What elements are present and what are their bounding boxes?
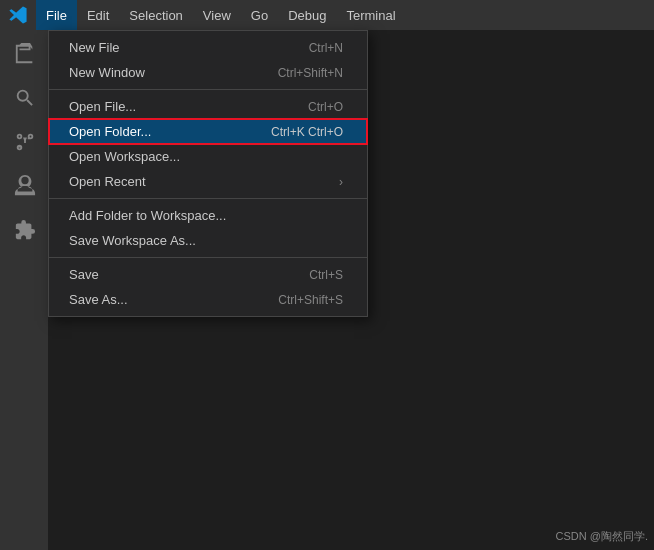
menu-item-save-as[interactable]: Save As... Ctrl+Shift+S [49,287,367,312]
menu-item-open-workspace-label: Open Workspace... [69,149,180,164]
activity-icon-source-control[interactable] [4,122,44,162]
menu-item-open-recent[interactable]: Open Recent › [49,169,367,194]
menu-item-add-folder[interactable]: Add Folder to Workspace... [49,203,367,228]
separator-2 [49,198,367,199]
menu-item-open-file-label: Open File... [69,99,136,114]
menu-item-terminal[interactable]: Terminal [336,0,405,30]
menu-item-go[interactable]: Go [241,0,278,30]
menu-item-new-file-shortcut: Ctrl+N [309,41,343,55]
menu-item-save[interactable]: Save Ctrl+S [49,262,367,287]
menu-item-save-workspace-as-label: Save Workspace As... [69,233,196,248]
activity-icon-explorer[interactable] [4,34,44,74]
menu-item-open-file-shortcut: Ctrl+O [308,100,343,114]
menu-bar: File Edit Selection View Go Debug Termin… [0,0,654,30]
menu-item-new-window-label: New Window [69,65,145,80]
watermark: CSDN @陶然同学. [556,529,648,544]
menu-item-new-window-shortcut: Ctrl+Shift+N [278,66,343,80]
menu-item-save-as-label: Save As... [69,292,128,307]
menu-item-open-folder-shortcut: Ctrl+K Ctrl+O [271,125,343,139]
activity-icon-debug[interactable] [4,166,44,206]
main-layout: New File Ctrl+N New Window Ctrl+Shift+N … [0,30,654,550]
menu-item-new-file[interactable]: New File Ctrl+N [49,35,367,60]
menu-item-file[interactable]: File [36,0,77,30]
menu-item-open-recent-label: Open Recent [69,174,146,189]
open-recent-arrow: › [339,175,343,189]
menu-item-open-folder[interactable]: Open Folder... Ctrl+K Ctrl+O [49,119,367,144]
file-dropdown-menu: New File Ctrl+N New Window Ctrl+Shift+N … [48,30,368,317]
activity-icon-search[interactable] [4,78,44,118]
menu-item-add-folder-label: Add Folder to Workspace... [69,208,226,223]
menu-item-open-file[interactable]: Open File... Ctrl+O [49,94,367,119]
separator-3 [49,257,367,258]
menu-item-save-workspace-as[interactable]: Save Workspace As... [49,228,367,253]
activity-icon-extensions[interactable] [4,210,44,250]
menu-item-new-window[interactable]: New Window Ctrl+Shift+N [49,60,367,85]
menu-item-view[interactable]: View [193,0,241,30]
menu-item-save-label: Save [69,267,99,282]
menu-item-save-shortcut: Ctrl+S [309,268,343,282]
menu-item-debug[interactable]: Debug [278,0,336,30]
separator-1 [49,89,367,90]
menu-item-edit[interactable]: Edit [77,0,119,30]
menu-item-open-folder-label: Open Folder... [69,124,151,139]
vscode-logo [4,0,32,30]
menu-item-save-as-shortcut: Ctrl+Shift+S [278,293,343,307]
content-area: New File Ctrl+N New Window Ctrl+Shift+N … [48,30,654,550]
activity-bar [0,30,48,550]
menu-item-new-file-label: New File [69,40,120,55]
menu-item-selection[interactable]: Selection [119,0,192,30]
menu-item-open-workspace[interactable]: Open Workspace... [49,144,367,169]
